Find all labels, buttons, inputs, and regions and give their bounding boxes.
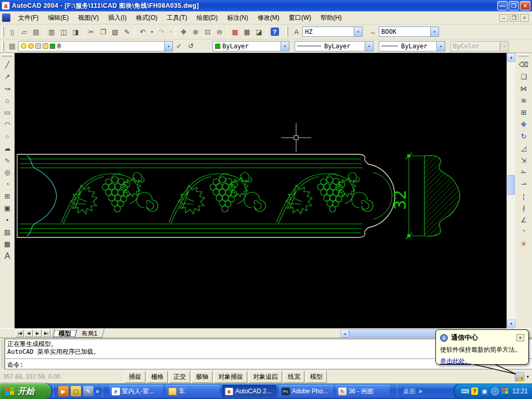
chevron-down-icon[interactable]: ▾ <box>436 42 445 51</box>
color-dropdown[interactable]: ByLayer ▾ <box>212 41 289 51</box>
sheet-set-button[interactable]: ◪ <box>253 26 265 37</box>
layer-unlock-icon[interactable] <box>43 43 48 49</box>
scroll-up-icon[interactable]: ▲ <box>507 53 515 62</box>
publish-button[interactable]: ◨ <box>70 26 82 37</box>
toolbar-grip[interactable] <box>518 54 529 57</box>
lineweight-dropdown[interactable]: ByLayer ▾ <box>379 41 445 51</box>
display-tray-icon[interactable]: ▣ <box>481 388 488 395</box>
toolbar-grip[interactable] <box>286 26 288 37</box>
vertical-scrollbar[interactable]: ▲ ▼ <box>507 53 515 328</box>
zoom-window-button[interactable]: ⊡ <box>202 26 214 37</box>
revision-cloud-button[interactable]: ☁ <box>1 142 14 154</box>
stretch-button[interactable]: ⇲ <box>517 154 530 166</box>
media-player-quicklaunch-icon[interactable]: ▶ <box>58 386 69 396</box>
move-button[interactable]: ✥ <box>517 118 530 130</box>
layer-previous-button[interactable]: ↺ <box>185 41 197 52</box>
task-button-autocad[interactable]: a AutoCAD 2... <box>222 385 276 397</box>
offset-button[interactable]: ≋ <box>517 95 530 107</box>
paste-button[interactable]: ▧ <box>109 26 121 37</box>
menu-edit[interactable]: 编辑(E) <box>43 12 73 24</box>
hatch-button[interactable]: ▨ <box>1 226 14 238</box>
command-window-grip[interactable] <box>0 338 5 370</box>
tab-next-button[interactable]: ▶ <box>33 329 42 337</box>
polyline-button[interactable]: ↝ <box>1 83 14 95</box>
help-button[interactable]: ? <box>269 26 281 37</box>
scroll-down-icon[interactable]: ▼ <box>507 320 515 328</box>
text-style-dropdown[interactable]: HZ ▾ <box>302 26 363 37</box>
break-at-point-button[interactable]: ¦ <box>517 190 530 202</box>
design-center-button[interactable]: ▩ <box>229 26 241 37</box>
status-tray-arrow-icon[interactable]: ▾ <box>526 374 529 379</box>
rectangle-button[interactable]: ▭ <box>1 107 14 118</box>
layer-viewport-icon[interactable] <box>35 43 41 49</box>
zoom-realtime-button[interactable]: ⊕ <box>190 26 202 37</box>
undo-button[interactable]: ↶ <box>137 26 149 37</box>
balloon-close-icon[interactable]: × <box>516 334 524 341</box>
copy-object-button[interactable]: ❑ <box>517 71 530 83</box>
drawing-canvas[interactable]: 32 <box>15 53 507 328</box>
polar-toggle[interactable]: 极轴 <box>192 371 212 383</box>
zoom-previous-button[interactable]: ⊖ <box>214 26 225 37</box>
new-button[interactable]: ▯ <box>6 26 18 37</box>
menu-window[interactable]: 窗口(W) <box>284 12 316 24</box>
array-button[interactable]: ⊞ <box>517 107 530 118</box>
menu-view[interactable]: 视图(V) <box>73 12 103 24</box>
toolbar-grip[interactable] <box>2 26 4 37</box>
mdi-minimize-button[interactable]: – <box>499 14 508 22</box>
balloon-link[interactable]: 单击此处。 <box>440 357 524 366</box>
ortho-toggle[interactable]: 正交 <box>169 371 190 383</box>
task-button-folder[interactable]: 车 <box>166 385 220 397</box>
chevron-down-icon[interactable]: ▾ <box>354 27 362 36</box>
start-button[interactable]: 开始 <box>0 383 51 399</box>
redo-dropdown-arrow[interactable]: ▾ <box>167 26 174 37</box>
restore-button[interactable]: ❐ <box>509 1 519 10</box>
messenger-tray-icon[interactable] <box>501 388 509 395</box>
menu-insert[interactable]: 插入(I) <box>103 12 131 24</box>
tab-layout1[interactable]: 布局1 <box>75 329 104 338</box>
desktop-chevron-icon[interactable]: » <box>419 388 422 395</box>
text-style-icon[interactable]: A <box>290 26 302 37</box>
region-button[interactable]: ▩ <box>1 238 14 250</box>
pan-button[interactable]: ✥ <box>178 26 190 37</box>
linetype-dropdown[interactable]: ByLayer ▾ <box>295 41 374 51</box>
erase-button[interactable]: ⌫ <box>517 59 530 71</box>
tab-prev-button[interactable]: ◀ <box>24 329 33 337</box>
toolbar-grip[interactable] <box>2 41 4 51</box>
break-button[interactable]: ∤ <box>517 202 530 214</box>
scrollbar-thumb[interactable] <box>349 329 445 337</box>
trim-button[interactable]: ✁ <box>517 166 530 178</box>
mdi-close-button[interactable]: × <box>520 14 529 22</box>
menu-file[interactable]: 文件(F) <box>14 12 43 24</box>
minimize-button[interactable]: — <box>497 1 508 10</box>
print-button[interactable]: ▥ <box>46 26 58 37</box>
layer-dropdown[interactable]: 0 ▾ <box>18 41 173 51</box>
chamfer-button[interactable]: ∠ <box>517 214 530 226</box>
menu-tools[interactable]: 工具(T) <box>162 12 192 24</box>
scroll-left-icon[interactable]: ◂ <box>340 329 349 338</box>
tab-last-button[interactable]: ▶| <box>42 329 50 337</box>
osnap-toggle[interactable]: 对象捕捉 <box>214 371 247 383</box>
circle-button[interactable]: ○ <box>1 130 14 142</box>
keyboard-tray-icon[interactable]: ⌨ <box>461 388 469 395</box>
fillet-button[interactable]: ◝ <box>517 226 530 238</box>
close-button[interactable]: × <box>520 1 530 10</box>
desktop-toolbar-label[interactable]: 桌面 <box>403 387 416 396</box>
collapse-tray-icon[interactable]: ‹ <box>491 388 499 395</box>
explode-button[interactable]: ✳ <box>517 238 530 250</box>
show-desktop-quicklaunch-icon[interactable]: ▢ <box>71 386 81 396</box>
help-tray-icon[interactable]: ? <box>471 388 478 395</box>
grid-toggle[interactable]: 栅格 <box>147 371 168 383</box>
match-properties-button[interactable]: ✎ <box>121 26 133 37</box>
make-block-button[interactable]: ▣ <box>1 202 14 214</box>
lineweight-toggle[interactable]: 线宽 <box>284 371 304 383</box>
menu-modify[interactable]: 修改(M) <box>253 12 284 24</box>
save-button[interactable]: ▤ <box>30 26 42 37</box>
mdi-restore-button[interactable]: ❐ <box>510 14 518 22</box>
layer-thaw-icon[interactable] <box>28 43 34 49</box>
chevron-down-icon[interactable]: ▾ <box>365 42 373 51</box>
rotate-button[interactable]: ↻ <box>517 130 530 142</box>
redo-button[interactable]: ↷ <box>155 26 167 37</box>
multiline-text-button[interactable]: A <box>1 250 14 262</box>
otrack-toggle[interactable]: 对象追踪 <box>249 371 282 383</box>
model-space-toggle[interactable]: 模型 <box>306 371 327 383</box>
